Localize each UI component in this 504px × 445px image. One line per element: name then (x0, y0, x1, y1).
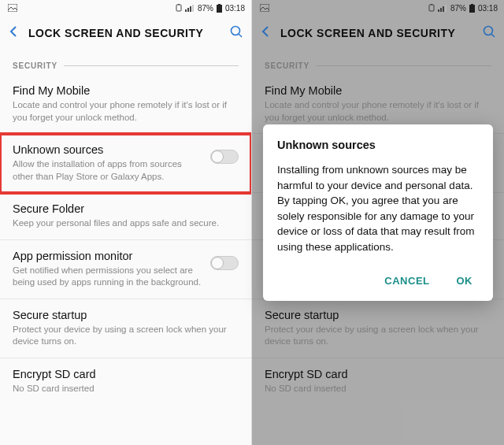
item-desc: Get notified when permissions you select… (13, 265, 202, 289)
svg-rect-16 (443, 6, 444, 12)
page-title: LOCK SCREEN AND SECURITY (280, 27, 474, 39)
item-title: Encrypt SD card (265, 368, 491, 380)
item-desc: No SD card inserted (13, 383, 239, 395)
back-icon[interactable] (8, 25, 20, 41)
svg-rect-5 (190, 6, 191, 12)
ok-button[interactable]: OK (452, 272, 478, 290)
cancel-button[interactable]: CANCEL (380, 272, 434, 290)
svg-rect-14 (438, 9, 439, 12)
battery-percent: 87% (450, 4, 466, 13)
clock: 03:18 (478, 4, 498, 13)
svg-rect-18 (469, 5, 475, 13)
section-label: SECURITY (265, 61, 309, 70)
svg-rect-13 (431, 4, 432, 5)
item-title: Find My Mobile (265, 84, 491, 97)
svg-rect-3 (185, 9, 187, 12)
svg-point-9 (232, 27, 240, 35)
battery-icon (217, 4, 222, 13)
divider (64, 65, 239, 66)
page-title: LOCK SCREEN AND SECURITY (28, 27, 221, 39)
item-title: Encrypt SD card (13, 368, 239, 380)
item-unknown-sources[interactable]: Unknown sources Allow the installation o… (0, 134, 251, 193)
app-bar: LOCK SCREEN AND SECURITY (252, 16, 504, 50)
picture-icon (260, 4, 269, 12)
svg-rect-7 (217, 5, 222, 13)
section-header: SECURITY (252, 50, 504, 75)
item-title: Unknown sources (13, 143, 202, 156)
svg-rect-0 (8, 4, 17, 12)
item-encrypt-sd[interactable]: Encrypt SD card No SD card inserted (0, 358, 251, 405)
svg-rect-8 (218, 4, 220, 5)
item-secure-folder[interactable]: Secure Folder Keep your personal files a… (0, 193, 251, 240)
status-bar: 87% 03:18 (252, 0, 504, 16)
item-desc: Protect your device by using a screen lo… (265, 324, 491, 348)
item-title: Secure startup (13, 309, 239, 321)
item-app-permission-monitor[interactable]: App permission monitor Get notified when… (0, 240, 251, 299)
dialog-unknown-sources: Unknown sources Installing from unknown … (263, 124, 493, 301)
svg-rect-12 (429, 5, 434, 11)
svg-point-20 (484, 27, 493, 35)
svg-line-21 (491, 34, 495, 37)
svg-rect-15 (440, 8, 442, 12)
section-label: SECURITY (13, 61, 57, 70)
svg-rect-4 (187, 8, 189, 12)
item-desc: Locate and control your phone remotely i… (265, 99, 491, 124)
dialog-title: Unknown sources (277, 139, 479, 151)
back-icon[interactable] (260, 25, 272, 41)
svg-rect-6 (192, 5, 194, 12)
svg-rect-17 (445, 5, 447, 12)
toggle-app-permission-monitor[interactable] (210, 256, 239, 270)
item-secure-startup[interactable]: Secure startup Protect your device by us… (252, 299, 504, 358)
clock: 03:18 (225, 4, 245, 13)
battery-saver-icon (176, 4, 182, 12)
dialog-actions: CANCEL OK (277, 269, 479, 293)
search-icon[interactable] (482, 24, 496, 42)
battery-percent: 87% (198, 4, 213, 13)
divider (316, 65, 491, 66)
item-title: Secure startup (265, 309, 491, 321)
item-desc: Keep your personal files and apps safe a… (13, 217, 239, 230)
battery-saver-icon (428, 4, 435, 12)
svg-rect-19 (471, 4, 473, 5)
picture-icon (8, 4, 17, 12)
signal-icon (438, 4, 447, 12)
svg-rect-2 (178, 4, 180, 5)
item-desc: Protect your device by using a screen lo… (13, 324, 239, 348)
item-secure-startup[interactable]: Secure startup Protect your device by us… (0, 299, 251, 358)
item-desc: No SD card inserted (265, 383, 491, 395)
settings-list: Find My Mobile Locate and control your p… (0, 75, 251, 445)
battery-icon (469, 4, 475, 13)
item-encrypt-sd[interactable]: Encrypt SD card No SD card inserted (252, 358, 504, 405)
item-title: Find My Mobile (13, 84, 239, 97)
item-title: Secure Folder (13, 202, 239, 215)
item-desc: Locate and control your phone remotely i… (13, 99, 239, 124)
signal-icon (185, 4, 195, 12)
item-title: App permission monitor (13, 250, 202, 262)
dialog-body: Installing from unknown sources may be h… (277, 162, 479, 254)
app-bar: LOCK SCREEN AND SECURITY (0, 16, 251, 50)
search-icon[interactable] (229, 24, 243, 42)
svg-line-10 (239, 34, 242, 37)
phone-right: 87% 03:18 LOCK SCREEN AND SECURITY SECUR… (252, 0, 504, 445)
section-header: SECURITY (0, 50, 251, 75)
toggle-unknown-sources[interactable] (210, 150, 239, 164)
item-find-my-mobile[interactable]: Find My Mobile Locate and control your p… (0, 75, 251, 134)
item-desc: Allow the installation of apps from sour… (13, 158, 202, 183)
status-bar: 87% 03:18 (0, 0, 251, 16)
svg-rect-1 (176, 5, 181, 11)
phone-left: 87% 03:18 LOCK SCREEN AND SECURITY SECUR… (0, 0, 252, 445)
svg-rect-11 (260, 4, 269, 12)
